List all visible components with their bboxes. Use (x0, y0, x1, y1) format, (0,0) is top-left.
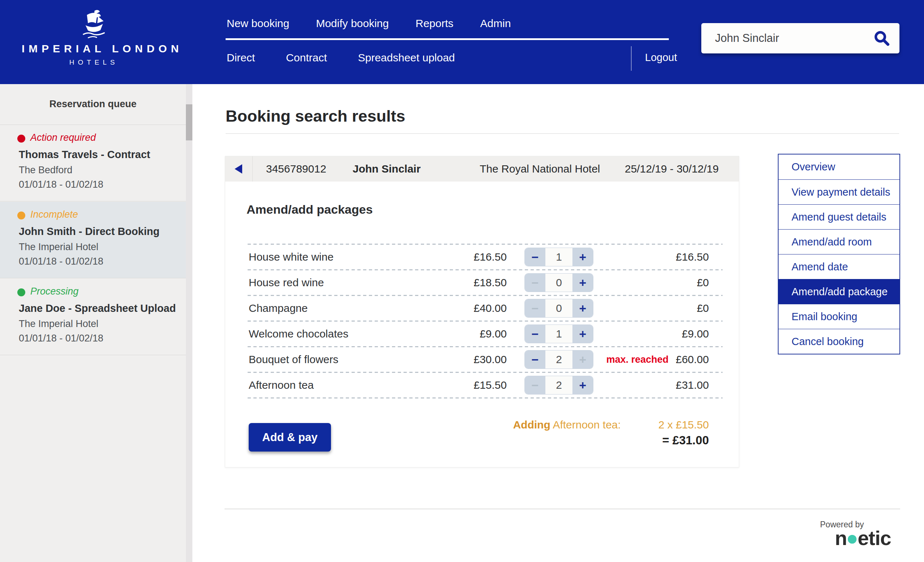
increase-quantity-button[interactable]: + (573, 351, 593, 369)
queue-item-jane-doe[interactable]: Processing Jane Doe - Spreadsheet Upload… (0, 279, 186, 355)
increase-quantity-button[interactable]: + (573, 248, 593, 266)
decrease-quantity-button[interactable]: − (525, 299, 545, 317)
decrease-quantity-button[interactable]: − (525, 325, 545, 343)
package-line-total: £0 (630, 270, 709, 295)
nav-admin[interactable]: Admin (480, 17, 511, 30)
queue-item-dates: 01/01/18 - 01/02/18 (19, 256, 103, 267)
menu-item-overview[interactable]: Overview (778, 154, 900, 179)
brand-logo: IMPERIAL LONDON HOTELS (22, 9, 166, 66)
package-name: Champagne (249, 296, 415, 321)
queue-item-hotel: The Imperial Hotel (19, 241, 99, 253)
sidebar-scrollbar-thumb[interactable] (186, 104, 192, 141)
booking-card: 3456789012 John Sinclair The Royal Natio… (225, 156, 739, 468)
decrease-quantity-button[interactable]: − (525, 351, 545, 369)
package-name: House white wine (249, 245, 415, 269)
quantity-value: 1 (545, 248, 573, 266)
package-line-total: £31.00 (630, 373, 709, 397)
top-header-bar: IMPERIAL LONDON HOTELS New booking Modif… (0, 0, 924, 84)
menu-item-amend-guest-details[interactable]: Amend guest details (778, 204, 900, 229)
queue-item-john-smith[interactable]: Incomplete John Smith - Direct Booking T… (0, 202, 186, 278)
quantity-stepper: − 0 + (525, 299, 593, 318)
nav-new-booking[interactable]: New booking (226, 17, 289, 30)
queue-item-title: Thomas Travels - Contract (19, 149, 150, 160)
menu-item-amend-add-room[interactable]: Amend/add room (778, 229, 900, 254)
package-unit-price: £40.00 (428, 296, 507, 321)
status-label: Action required (30, 132, 96, 143)
nav-contract[interactable]: Contract (286, 52, 327, 64)
footer-divider (225, 509, 900, 509)
ship-icon (76, 9, 111, 42)
quantity-value: 0 (545, 299, 573, 317)
packages-table: House white wine £16.50 − 1 + £16.50 Hou… (248, 244, 723, 399)
brand-name: IMPERIAL LONDON (22, 43, 166, 55)
back-cell[interactable] (225, 156, 253, 181)
increase-quantity-button[interactable]: + (573, 274, 593, 292)
quantity-stepper: − 2 + (525, 376, 593, 394)
status-label: Processing (30, 286, 79, 297)
noetic-logo: n etic (835, 526, 891, 550)
status-dot-green (17, 288, 25, 296)
nav-underline (226, 38, 669, 40)
package-row-welcome-chocolates: Welcome chocolates £9.00 − 1 + £9.00 (248, 322, 723, 346)
row-separator (248, 397, 723, 399)
back-arrow-icon[interactable] (235, 164, 242, 174)
booking-guest-name: John Sinclair (352, 156, 420, 181)
increase-quantity-button[interactable]: + (573, 299, 593, 317)
primary-nav: New booking Modify booking Reports Admin (226, 17, 511, 30)
increase-quantity-button[interactable]: + (573, 325, 593, 343)
search-icon[interactable] (873, 30, 890, 46)
decrease-quantity-button[interactable]: − (525, 274, 545, 292)
package-line-total: £0 (630, 296, 709, 321)
quantity-stepper: − 2 + (525, 350, 593, 369)
package-name: Afternoon tea (249, 373, 415, 397)
reservation-queue-sidebar: Reservation queue Action required Thomas… (0, 84, 192, 562)
queue-item-dates: 01/01/18 - 01/02/18 (19, 179, 103, 190)
nav-direct[interactable]: Direct (226, 52, 255, 64)
nav-reports[interactable]: Reports (416, 17, 453, 30)
package-name: Bouquet of flowers (249, 347, 415, 372)
status-label: Incomplete (30, 209, 78, 220)
adding-label: Adding (513, 419, 550, 431)
queue-item-thomas-travels[interactable]: Action required Thomas Travels - Contrac… (0, 125, 186, 201)
decrease-quantity-button[interactable]: − (525, 376, 545, 394)
menu-item-amend-date[interactable]: Amend date (778, 254, 900, 279)
increase-quantity-button[interactable]: + (573, 376, 593, 394)
adding-summary-item: Adding Afternoon tea: (513, 419, 621, 431)
adding-calculation: 2 x £15.50 (658, 419, 709, 431)
menu-item-amend-add-package[interactable]: Amend/add package (778, 279, 900, 304)
noetic-logo-n: n (835, 526, 847, 550)
booking-hotel: The Royal National Hotel (480, 156, 600, 181)
package-line-total: £9.00 (630, 322, 709, 346)
package-unit-price: £9.00 (428, 322, 507, 346)
nav-spreadsheet-upload[interactable]: Spreadsheet upload (358, 52, 455, 64)
queue-item-hotel: The Bedford (19, 165, 72, 176)
package-row-house-red-wine: House red wine £18.50 − 0 + £0 (248, 270, 723, 295)
decrease-quantity-button[interactable]: − (525, 248, 545, 266)
page-title: Booking search results (226, 107, 405, 126)
sidebar-scrollbar-track[interactable] (186, 84, 192, 562)
booking-search-box (701, 23, 900, 53)
package-unit-price: £16.50 (428, 245, 507, 269)
menu-item-view-payment-details[interactable]: View payment details (778, 179, 900, 204)
quantity-stepper: − 1 + (525, 247, 593, 267)
section-title: Amend/add packages (246, 202, 373, 217)
nav-modify-booking[interactable]: Modify booking (316, 17, 389, 30)
menu-item-email-booking[interactable]: Email booking (778, 304, 900, 329)
quantity-value: 2 (545, 376, 573, 394)
booking-actions-menu: Overview View payment details Amend gues… (778, 154, 900, 354)
quantity-value: 1 (545, 325, 573, 343)
menu-item-cancel-booking[interactable]: Cancel booking (778, 329, 900, 354)
package-unit-price: £30.00 (428, 347, 507, 372)
title-divider (226, 133, 899, 134)
package-row-house-white-wine: House white wine £16.50 − 1 + £16.50 (248, 245, 723, 269)
quantity-stepper: − 0 + (525, 273, 593, 292)
status-dot-orange (17, 211, 25, 219)
adding-item-name: Afternoon tea: (550, 419, 621, 431)
booking-id: 3456789012 (266, 156, 326, 181)
quantity-stepper: − 1 + (525, 325, 593, 343)
booking-dates: 25/12/19 - 30/12/19 (625, 156, 718, 181)
secondary-nav: Direct Contract Spreadsheet upload (226, 52, 455, 64)
noetic-logo-rest: etic (858, 526, 891, 550)
search-input[interactable] (701, 32, 873, 45)
logout-button[interactable]: Logout (645, 52, 677, 63)
